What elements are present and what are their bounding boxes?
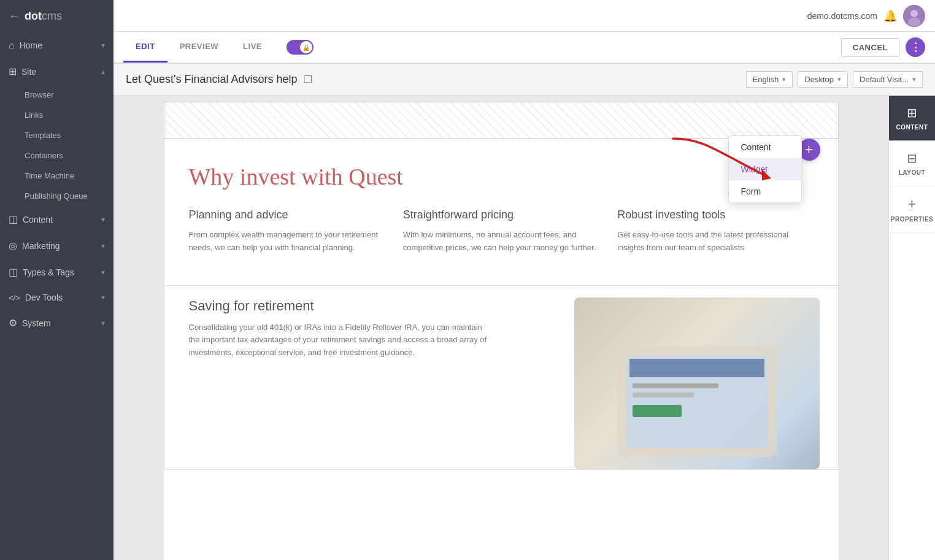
sidebar-item-label: Site [21, 67, 36, 77]
copy-icon[interactable]: ❐ [304, 74, 312, 85]
sidebar-sub-containers[interactable]: Containers [0, 145, 114, 166]
col-1-text: From complex wealth management to your r… [189, 229, 385, 255]
site-icon: ⊞ [9, 66, 17, 77]
page-title-left: Let Quest's Financial Advisors help ❐ [126, 73, 312, 86]
sidebar-item-label: Types & Tags [23, 267, 74, 277]
content-panel-icon: ⊞ [907, 105, 917, 120]
retirement-section: Saving for retirement Consolidating your… [164, 286, 839, 470]
section-title: Why invest with Quest [189, 163, 814, 190]
types-icon: ◫ [9, 266, 18, 278]
hostname: demo.dotcms.com [807, 11, 877, 21]
edit-bar: EDIT PREVIEW LIVE 🔒 CANCEL ⋮ [114, 32, 935, 64]
more-options-button[interactable]: ⋮ [906, 37, 925, 57]
page-title-right: English ▾ Desktop ▾ Default Visit... ▾ [746, 71, 923, 88]
notification-bell-icon[interactable]: 🔔 [883, 9, 897, 23]
sidebar-item-label: Dev Tools [25, 293, 63, 302]
sidebar-item-site[interactable]: ⊞ Site ▴ [0, 58, 114, 85]
chevron-down-icon: ▾ [912, 75, 916, 83]
col-1-title: Planning and advice [189, 209, 385, 221]
dev-tools-icon: </> [9, 293, 20, 302]
chevron-icon: ▾ [101, 319, 105, 328]
menu-item-content[interactable]: Content [729, 136, 801, 158]
content-icon: ◫ [9, 213, 18, 225]
chevron-down-icon: ▾ [782, 75, 786, 83]
chevron-icon: ▴ [101, 67, 105, 76]
svg-point-1 [910, 10, 918, 17]
content-panel-label: CONTENT [896, 124, 928, 131]
visitor-selector[interactable]: Default Visit... ▾ [853, 71, 923, 88]
chevron-icon: ▾ [101, 41, 105, 50]
sidebar-item-label: Content [23, 215, 53, 224]
language-selector[interactable]: English ▾ [746, 71, 793, 88]
sidebar-item-system[interactable]: ⚙ System ▾ [0, 310, 114, 336]
top-bar: demo.dotcms.com 🔔 [114, 0, 935, 32]
hatched-area [164, 102, 839, 139]
sidebar-sub-publishing-queue[interactable]: Publishing Queue [0, 186, 114, 206]
toggle-knob: 🔒 [300, 41, 312, 53]
tab-preview[interactable]: PREVIEW [167, 32, 231, 63]
device-selector[interactable]: Desktop ▾ [798, 71, 848, 88]
column-1: Planning and advice From complex wealth … [189, 209, 385, 255]
main-area: demo.dotcms.com 🔔 EDIT PREVIEW LIVE [114, 0, 935, 560]
tablet-image [574, 297, 820, 469]
three-col-grid: Planning and advice From complex wealth … [189, 209, 814, 255]
marketing-icon: ◎ [9, 240, 17, 251]
tab-edit[interactable]: EDIT [123, 32, 167, 63]
retirement-text: Consolidating your old 401(k) or IRAs in… [189, 321, 496, 359]
menu-item-widget[interactable]: Widget [729, 158, 801, 180]
page-frame: + Content Widget Form Why invest with Qu… [164, 102, 839, 560]
edit-tabs: EDIT PREVIEW LIVE 🔒 [123, 32, 314, 63]
sidebar-item-types-tags[interactable]: ◫ Types & Tags ▾ [0, 259, 114, 285]
sidebar-sub-templates[interactable]: Templates [0, 125, 114, 145]
svg-rect-9 [633, 405, 682, 417]
svg-rect-6 [629, 359, 764, 377]
chevron-icon: ▾ [101, 293, 105, 302]
right-panel-properties[interactable]: + PROPERTIES [889, 186, 935, 233]
right-panel-layout[interactable]: ⊟ LAYOUT [889, 141, 935, 186]
col-3-text: Get easy-to-use tools and the latest pro… [617, 229, 813, 255]
more-icon: ⋮ [910, 40, 921, 54]
col-3-title: Robust investing tools [617, 209, 813, 221]
sidebar-item-home[interactable]: ⌂ Home ▾ [0, 33, 114, 58]
col-2-text: With low minimums, no annual account fee… [403, 229, 599, 255]
chevron-icon: ▾ [101, 268, 105, 277]
chevron-icon: ▾ [101, 242, 105, 250]
svg-point-2 [908, 18, 920, 26]
menu-item-form[interactable]: Form [729, 180, 801, 202]
page-title: Let Quest's Financial Advisors help [126, 73, 298, 86]
properties-panel-icon: + [908, 196, 916, 212]
edit-bar-actions: CANCEL ⋮ [841, 37, 925, 57]
chevron-down-icon: ▾ [837, 75, 841, 83]
sidebar-item-content[interactable]: ◫ Content ▾ [0, 206, 114, 232]
tab-live[interactable]: LIVE [231, 32, 274, 63]
sidebar-sub-time-machine[interactable]: Time Machine [0, 166, 114, 186]
lock-toggle[interactable]: 🔒 [287, 40, 314, 55]
chevron-icon: ▾ [101, 215, 105, 224]
back-arrow-icon[interactable]: ← [9, 10, 20, 23]
svg-rect-7 [633, 383, 718, 388]
sidebar-item-label: Home [20, 40, 42, 50]
sidebar-sub-links[interactable]: Links [0, 105, 114, 125]
sidebar-logo: ← dotcms [0, 0, 114, 33]
sidebar-item-marketing[interactable]: ◎ Marketing ▾ [0, 232, 114, 259]
cancel-button[interactable]: CANCEL [841, 38, 899, 57]
svg-rect-8 [633, 393, 694, 397]
sidebar-item-dev-tools[interactable]: </> Dev Tools ▾ [0, 285, 114, 310]
system-icon: ⚙ [9, 317, 17, 329]
sidebar: ← dotcms ⌂ Home ▾ ⊞ Site ▴ Browser Links… [0, 0, 114, 560]
page-area: + Content Widget Form Why invest with Qu… [114, 96, 888, 560]
lock-toggle-wrap: 🔒 [287, 40, 314, 55]
user-avatar[interactable] [903, 5, 925, 27]
top-bar-right: demo.dotcms.com 🔔 [807, 5, 925, 27]
page-title-bar: Let Quest's Financial Advisors help ❐ En… [114, 64, 935, 96]
right-panel: ⊞ CONTENT ⊟ LAYOUT + PROPERTIES [888, 96, 935, 560]
right-panel-content[interactable]: ⊞ CONTENT [889, 96, 935, 141]
col-2-title: Straightforward pricing [403, 209, 599, 221]
home-icon: ⌂ [9, 40, 15, 51]
sidebar-sub-browser[interactable]: Browser [0, 85, 114, 105]
layout-panel-icon: ⊟ [907, 151, 917, 166]
add-content-menu: Content Widget Form [728, 136, 802, 203]
column-3: Robust investing tools Get easy-to-use t… [617, 209, 813, 255]
content-wrap: + Content Widget Form Why invest with Qu… [114, 96, 935, 560]
properties-panel-label: PROPERTIES [891, 216, 933, 223]
